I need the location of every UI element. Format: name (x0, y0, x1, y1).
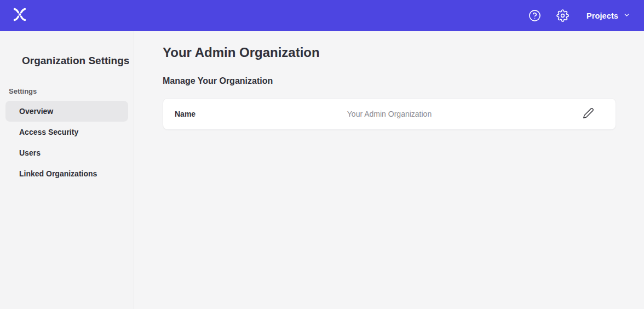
help-button[interactable] (528, 9, 542, 22)
sidebar: Organization Settings Settings Overview … (0, 31, 134, 309)
mendix-x-logo-icon (12, 7, 28, 24)
projects-menu[interactable]: Projects (586, 12, 630, 20)
sidebar-item-users[interactable]: Users (5, 142, 128, 163)
name-value: Your Admin Organization (163, 110, 616, 118)
page-title: Your Admin Organization (163, 44, 644, 60)
sidebar-item-access-security[interactable]: Access Security (5, 122, 128, 142)
app-logo[interactable] (10, 7, 29, 25)
sidebar-item-label: Overview (19, 107, 53, 116)
section-title: Manage Your Organization (163, 76, 644, 86)
top-navbar: Projects (0, 0, 644, 31)
name-label: Name (175, 110, 196, 118)
help-circle-icon (528, 9, 541, 22)
name-row: Name Your Admin Organization (163, 98, 616, 130)
sidebar-item-overview[interactable]: Overview (5, 101, 128, 122)
sidebar-title: Organization Settings (22, 54, 134, 67)
sidebar-item-label: Access Security (19, 128, 78, 136)
pencil-icon (583, 107, 594, 121)
sidebar-nav: Overview Access Security Users Linked Or… (0, 101, 134, 184)
main-content: Your Admin Organization Manage Your Orga… (134, 31, 644, 309)
settings-button[interactable] (556, 9, 570, 22)
page-layout: Organization Settings Settings Overview … (0, 31, 644, 309)
sidebar-section-label: Settings (9, 87, 134, 95)
sidebar-item-label: Users (19, 148, 41, 157)
sidebar-item-linked-organizations[interactable]: Linked Organizations (5, 163, 128, 184)
sidebar-item-label: Linked Organizations (19, 169, 97, 178)
navbar-actions: Projects (528, 9, 630, 22)
gear-icon (556, 9, 569, 22)
chevron-down-icon (623, 12, 630, 20)
projects-menu-label: Projects (586, 12, 618, 20)
edit-name-button[interactable] (582, 107, 595, 121)
